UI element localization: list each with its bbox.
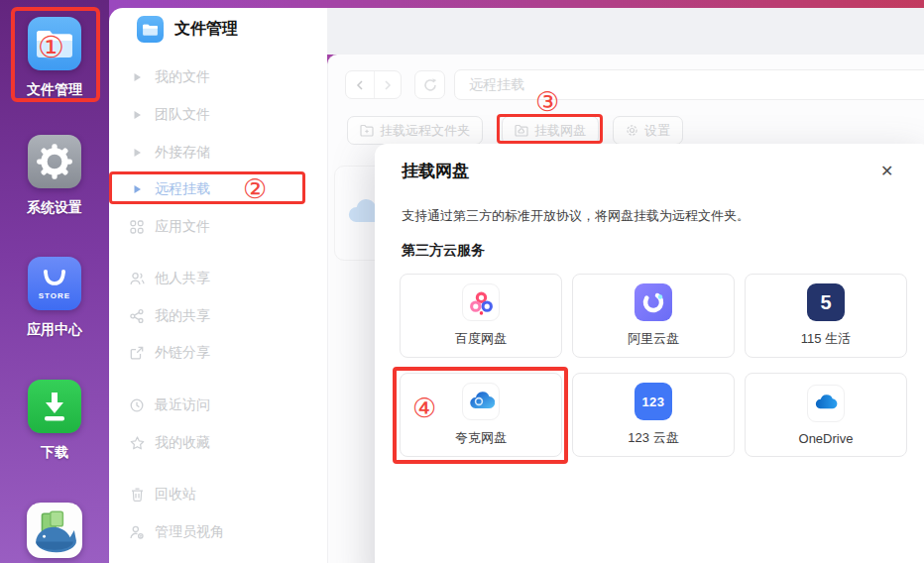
caret-right-icon — [129, 184, 145, 194]
badge-123: 123 — [641, 394, 664, 409]
aliyun-drive-icon — [635, 283, 672, 321]
button-label: 挂载远程文件夹 — [380, 122, 470, 140]
sidebar-item-recent[interactable]: 最近访问 — [129, 392, 210, 419]
whale-icon — [32, 507, 77, 553]
sidebar-item-label: 我的共享 — [155, 307, 210, 325]
sidebar-item-team-files[interactable]: 团队文件 — [129, 101, 210, 129]
whale-app-icon — [27, 503, 82, 558]
service-card-123[interactable]: 123 123 云盘 — [572, 373, 735, 457]
sidebar-item-label: 远程挂载 — [155, 180, 210, 198]
service-card-aliyun[interactable]: 阿里云盘 — [572, 274, 735, 358]
service-name: 123 云盘 — [628, 429, 678, 447]
nav-buttons — [345, 70, 402, 99]
forward-button[interactable] — [374, 71, 402, 98]
service-name: 115 生活 — [801, 330, 851, 348]
clock-icon — [129, 398, 145, 412]
download-icon — [28, 380, 81, 433]
dialog-description: 支持通过第三方的标准开放协议，将网盘挂载为远程文件夹。 — [402, 207, 750, 225]
sidebar-item-label: 最近访问 — [155, 396, 210, 414]
refresh-icon — [422, 77, 438, 93]
chevron-left-icon — [355, 79, 365, 91]
grid-icon — [129, 220, 145, 234]
external-share-icon — [129, 346, 145, 360]
dock-label-download: 下载 — [41, 444, 68, 462]
app-header-folder-icon — [137, 16, 164, 43]
dock-label-file-manager: 文件管理 — [27, 81, 82, 99]
button-label: 挂载网盘 — [534, 122, 586, 140]
service-name: 百度网盘 — [455, 330, 507, 348]
sidebar-item-label: 应用文件 — [155, 218, 210, 236]
admin-user-icon — [129, 525, 145, 539]
dock-item-finance-app[interactable] — [0, 503, 109, 558]
dialog-title: 挂载网盘 — [402, 160, 469, 182]
mount-remote-folder-button[interactable]: 挂载远程文件夹 — [347, 116, 483, 145]
service-card-onedrive[interactable]: OneDrive — [745, 373, 907, 457]
app-center-icon: STORE — [28, 257, 81, 310]
folder-cloud-icon — [515, 124, 528, 137]
service-name: OneDrive — [799, 431, 854, 446]
folder-plus-icon — [360, 124, 374, 137]
quark-netdisk-icon — [462, 383, 500, 420]
file-manager-icon — [28, 17, 81, 70]
sidebar-item-my-shares[interactable]: 我的共享 — [129, 302, 210, 330]
sidebar-item-label: 管理员视角 — [155, 523, 224, 541]
settings-button[interactable]: 设置 — [613, 116, 683, 145]
sidebar-item-recycle-bin[interactable]: 回收站 — [129, 481, 196, 508]
button-label: 设置 — [644, 122, 670, 140]
dock-item-download[interactable]: 下载 — [0, 380, 109, 462]
folder-icon — [142, 23, 159, 37]
sidebar-item-external-link-share[interactable]: 外链分享 — [129, 339, 210, 367]
address-text: 远程挂载 — [469, 76, 524, 94]
dock-label-system-settings: 系统设置 — [27, 199, 82, 217]
service-card-quark[interactable]: 夸克网盘 — [400, 373, 562, 457]
dock-item-app-center[interactable]: STORE 应用中心 — [0, 257, 109, 339]
115-life-icon: 5 — [807, 283, 845, 321]
caret-right-icon — [129, 110, 145, 120]
app-header: 文件管理 — [137, 16, 238, 43]
gear-icon — [626, 124, 638, 137]
dock-item-system-settings[interactable]: 系统设置 — [0, 135, 109, 217]
sidebar-item-shared-by-others[interactable]: 他人共享 — [129, 265, 210, 292]
close-icon[interactable]: ✕ — [880, 162, 893, 180]
folder-icon — [35, 27, 74, 60]
share-icon — [129, 309, 145, 323]
dock-label-app-center: 应用中心 — [27, 321, 82, 339]
onedrive-icon — [807, 385, 845, 422]
caret-right-icon — [129, 148, 145, 158]
service-card-115[interactable]: 5 115 生活 — [745, 274, 907, 358]
page-title: 文件管理 — [174, 19, 238, 40]
users-icon — [129, 272, 145, 285]
123-cloud-icon: 123 — [635, 383, 672, 420]
main-header-strip — [327, 8, 924, 55]
service-name: 阿里云盘 — [628, 330, 679, 348]
baidu-netdisk-icon — [462, 283, 500, 321]
mount-cloud-drive-dialog: 挂载网盘 ✕ 支持通过第三方的标准开放协议，将网盘挂载为远程文件夹。 第三方云服… — [375, 144, 924, 563]
section-title: 第三方云服务 — [402, 242, 485, 260]
system-settings-icon — [28, 135, 81, 188]
sidebar-item-app-files[interactable]: 应用文件 — [129, 213, 210, 241]
caret-right-icon — [129, 72, 145, 82]
sidebar-item-label: 我的收藏 — [155, 434, 210, 452]
app-dock: 文件管理 系统设置 — [0, 0, 109, 563]
sidebar-item-label: 外链分享 — [155, 344, 210, 362]
store-bag-icon — [38, 267, 71, 290]
refresh-button[interactable] — [414, 70, 445, 99]
dock-item-file-manager[interactable]: 文件管理 — [0, 17, 109, 99]
store-badge: STORE — [39, 291, 70, 300]
sidebar-item-label: 团队文件 — [155, 106, 210, 124]
address-bar[interactable]: 远程挂载 — [454, 69, 924, 100]
sidebar-item-favorites[interactable]: 我的收藏 — [129, 429, 210, 457]
trash-icon — [129, 488, 145, 502]
back-button[interactable] — [346, 71, 374, 98]
sidebar-item-external-storage[interactable]: 外接存储 — [129, 139, 210, 167]
sidebar-item-my-files[interactable]: 我的文件 — [129, 63, 210, 91]
sidebar-item-remote-mount[interactable]: 远程挂载 — [129, 175, 210, 203]
screen: 文件管理 系统设置 — [0, 0, 924, 563]
gear-icon — [34, 141, 75, 182]
sidebar-item-admin-view[interactable]: 管理员视角 — [129, 518, 224, 546]
star-icon — [129, 436, 145, 450]
mount-cloud-drive-button[interactable]: 挂载网盘 — [502, 116, 599, 145]
service-card-baidu[interactable]: 百度网盘 — [400, 274, 562, 358]
sidebar-item-label: 回收站 — [155, 486, 196, 504]
download-arrow-icon — [39, 390, 70, 423]
